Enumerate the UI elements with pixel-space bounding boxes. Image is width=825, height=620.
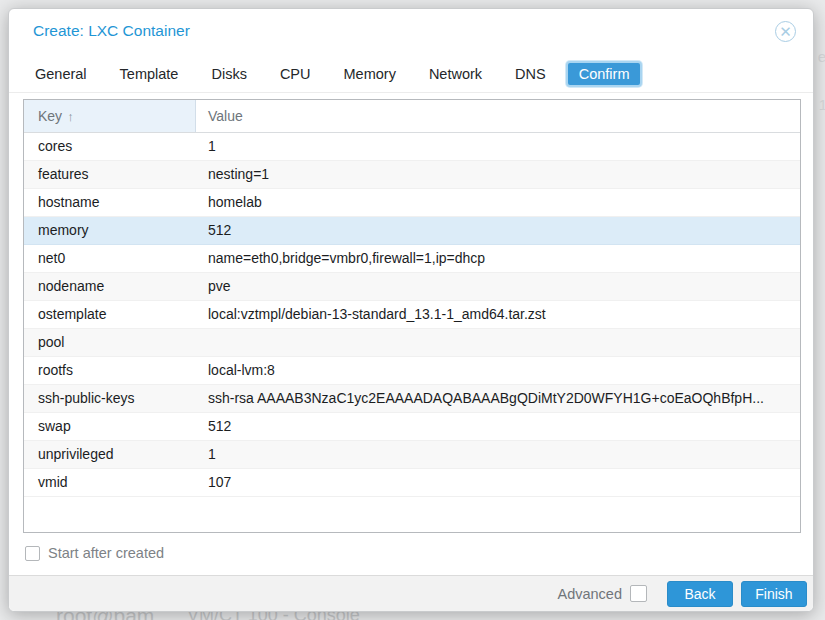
row-key: features: [24, 161, 196, 188]
table-row-rootfs[interactable]: rootfslocal-lvm:8: [24, 357, 800, 385]
tab-memory[interactable]: Memory: [342, 62, 398, 86]
table-row-ssh-public-keys[interactable]: ssh-public-keysssh-rsa AAAAB3NzaC1yc2EAA…: [24, 385, 800, 413]
row-value: [196, 329, 800, 356]
row-key: pool: [24, 329, 196, 356]
table-row-hostname[interactable]: hostnamehomelab: [24, 189, 800, 217]
background-fragment: e: [818, 48, 825, 65]
tab-confirm[interactable]: Confirm: [566, 61, 643, 87]
tab-template[interactable]: Template: [118, 62, 181, 86]
table-row-ostemplate[interactable]: ostemplatelocal:vztmpl/debian-13-standar…: [24, 301, 800, 329]
sort-ascending-icon: ↑: [67, 109, 74, 124]
back-button[interactable]: Back: [667, 581, 733, 607]
row-value: ssh-rsa AAAAB3NzaC1yc2EAAAADAQABAAABgQDi…: [196, 385, 800, 412]
tab-disks[interactable]: Disks: [209, 62, 248, 86]
column-header-value[interactable]: Value: [196, 100, 800, 132]
row-key: cores: [24, 133, 196, 160]
row-key: vmid: [24, 469, 196, 496]
table-row-swap[interactable]: swap512: [24, 413, 800, 441]
row-key: ssh-public-keys: [24, 385, 196, 412]
row-key: ostemplate: [24, 301, 196, 328]
close-icon[interactable]: ✕: [775, 21, 796, 42]
table-row-net0[interactable]: net0name=eth0,bridge=vmbr0,firewall=1,ip…: [24, 245, 800, 273]
row-key: nodename: [24, 273, 196, 300]
table-row-features[interactable]: featuresnesting=1: [24, 161, 800, 189]
tab-dns[interactable]: DNS: [513, 62, 548, 86]
row-value: 1: [196, 441, 800, 468]
row-value: local-lvm:8: [196, 357, 800, 384]
tab-network[interactable]: Network: [427, 62, 484, 86]
create-lxc-container-dialog: Create: LXC Container ✕ GeneralTemplateD…: [8, 8, 814, 612]
table-row-unprivileged[interactable]: unprivileged1: [24, 441, 800, 469]
row-value: nesting=1: [196, 161, 800, 188]
tab-general[interactable]: General: [33, 62, 89, 86]
start-after-created-label: Start after created: [48, 545, 164, 561]
row-key: memory: [24, 217, 196, 244]
row-value: local:vztmpl/debian-13-standard_13.1-1_a…: [196, 301, 800, 328]
row-value: 512: [196, 413, 800, 440]
row-key: unprivileged: [24, 441, 196, 468]
tab-cpu[interactable]: CPU: [278, 62, 313, 86]
dialog-titlebar: Create: LXC Container ✕: [9, 9, 813, 55]
screen: root@pam VM/CT 100 - Console e 1 Create:…: [0, 0, 825, 620]
row-value: homelab: [196, 189, 800, 216]
row-value: 107: [196, 469, 800, 496]
dialog-footer: Advanced Back Finish: [9, 575, 813, 611]
finish-button[interactable]: Finish: [741, 581, 807, 607]
start-after-created-checkbox[interactable]: [25, 546, 40, 561]
dialog-title: Create: LXC Container: [33, 22, 190, 40]
row-value: 1: [196, 133, 800, 160]
table-row-pool[interactable]: pool: [24, 329, 800, 357]
table-row-vmid[interactable]: vmid107: [24, 469, 800, 497]
row-value: pve: [196, 273, 800, 300]
table-row-cores[interactable]: cores1: [24, 133, 800, 161]
row-key: hostname: [24, 189, 196, 216]
row-value: 512: [196, 217, 800, 244]
table-header-row: Key ↑ Value: [24, 100, 800, 133]
column-header-key[interactable]: Key ↑: [24, 100, 196, 132]
table-body: cores1featuresnesting=1hostnamehomelabme…: [24, 133, 800, 497]
row-key: net0: [24, 245, 196, 272]
column-header-key-label: Key: [38, 108, 62, 124]
row-key: rootfs: [24, 357, 196, 384]
advanced-checkbox[interactable]: [630, 585, 647, 602]
row-value: name=eth0,bridge=vmbr0,firewall=1,ip=dhc…: [196, 245, 800, 272]
row-key: swap: [24, 413, 196, 440]
start-after-created-option: Start after created: [25, 545, 164, 561]
background-fragment: 1: [819, 96, 825, 113]
advanced-label: Advanced: [558, 586, 623, 602]
table-row-memory[interactable]: memory512: [24, 217, 800, 245]
table-row-nodename[interactable]: nodenamepve: [24, 273, 800, 301]
wizard-tab-bar: GeneralTemplateDisksCPUMemoryNetworkDNSC…: [9, 55, 813, 93]
column-header-value-label: Value: [208, 108, 243, 124]
confirm-settings-table: Key ↑ Value cores1featuresnesting=1hostn…: [23, 99, 801, 533]
